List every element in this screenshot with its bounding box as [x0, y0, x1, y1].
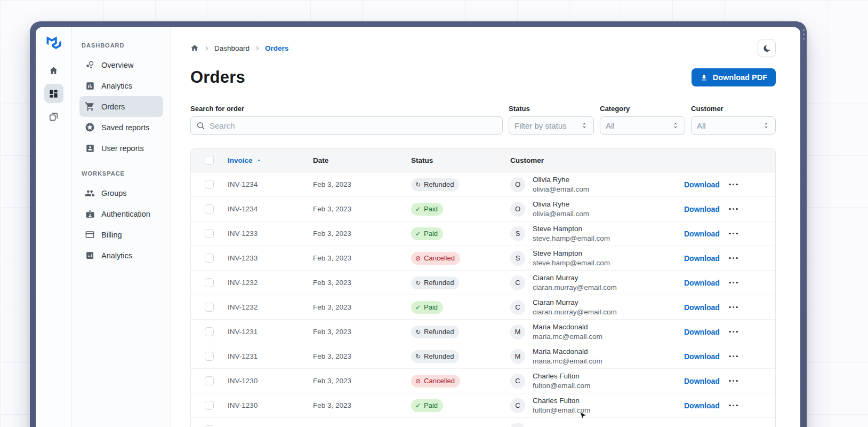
customer-avatar: C — [510, 300, 525, 315]
customer-name: Steve Hampton — [533, 224, 610, 234]
customer-email: maria.mc@email.com — [533, 357, 602, 366]
download-pdf-button[interactable]: Download PDF — [692, 68, 776, 86]
main-content: Dashboard Orders Orders — [171, 27, 800, 427]
date-cell: Feb 3, 2023 — [313, 205, 411, 213]
status-chip: ↻ Refunded — [411, 326, 459, 338]
status-icon: ↻ — [415, 353, 421, 360]
customer-name: Maria Macdonald — [533, 322, 602, 332]
table-row: INV-1230 Feb 3, 2023 ⊘ Cancelled C Charl… — [191, 369, 775, 393]
category-filter-select[interactable]: All — [600, 116, 685, 135]
row-checkbox[interactable] — [205, 254, 214, 263]
row-checkbox[interactable] — [205, 303, 214, 312]
sidebar-item-orders[interactable]: Orders — [79, 96, 163, 117]
sidebar-item-label: Saved reports — [101, 123, 149, 132]
more-actions-button[interactable] — [727, 377, 740, 385]
breadcrumb-home-icon[interactable] — [190, 44, 199, 52]
status-filter-select[interactable]: Filter by status — [509, 116, 594, 135]
download-link[interactable]: Download — [684, 230, 720, 238]
shopping-cart-icon — [85, 101, 95, 112]
unfold-arrows-icon — [672, 122, 679, 129]
status-icon: ⊘ — [415, 255, 421, 262]
person-box-icon — [85, 143, 95, 153]
status-chip: ✓ Paid — [411, 227, 443, 240]
sidebar-item-authentication[interactable]: Authentication — [79, 203, 163, 224]
invoice-cell: INV-1232 — [228, 279, 313, 287]
row-checkbox[interactable] — [205, 376, 214, 385]
more-actions-button[interactable] — [727, 279, 740, 287]
breadcrumb-dashboard-link[interactable]: Dashboard — [214, 44, 250, 52]
status-label: Refunded — [424, 352, 454, 360]
customer-email: steve.hamp@email.com — [533, 234, 610, 243]
select-all-checkbox[interactable] — [205, 156, 214, 165]
chevron-right-icon — [204, 45, 210, 51]
sidebar-item-label: Analytics — [101, 251, 132, 260]
column-header-invoice[interactable]: Invoice — [228, 156, 313, 164]
invoice-cell: INV-1231 — [228, 328, 313, 336]
row-checkbox[interactable] — [205, 204, 214, 213]
download-link[interactable]: Download — [684, 401, 720, 410]
more-actions-button[interactable] — [727, 328, 740, 336]
search-input[interactable] — [210, 121, 497, 130]
more-actions-button[interactable] — [727, 205, 740, 213]
breadcrumb-orders-link[interactable]: Orders — [265, 44, 288, 52]
sidebar-item-saved-reports[interactable]: Saved reports — [79, 117, 163, 138]
download-link[interactable]: Download — [684, 352, 720, 361]
home-icon[interactable] — [44, 61, 63, 80]
color-mode-toggle-button[interactable] — [758, 39, 776, 57]
sort-arrow-icon — [256, 157, 262, 163]
sidebar-item-analytics[interactable]: Analytics — [79, 75, 163, 96]
row-checkbox[interactable] — [205, 278, 214, 287]
row-checkbox[interactable] — [205, 180, 214, 189]
status-chip: ⊘ Cancelled — [411, 252, 460, 265]
search-field[interactable] — [190, 116, 503, 135]
sidebar-item-analytics-2[interactable]: Analytics — [79, 245, 163, 266]
download-link[interactable]: Download — [684, 254, 720, 263]
sidebar-item-billing[interactable]: Billing — [79, 224, 163, 245]
customer-email: olivia@email.com — [533, 209, 589, 219]
row-checkbox[interactable] — [205, 401, 214, 410]
more-actions-button[interactable] — [727, 401, 740, 410]
customer-name: Ciaran Murray — [533, 298, 617, 307]
date-cell: Feb 3, 2023 — [313, 377, 411, 385]
sidebar-item-overview[interactable]: Overview — [79, 54, 163, 75]
download-link[interactable]: Download — [684, 328, 720, 336]
status-chip: ↻ Refunded — [411, 178, 459, 191]
sidebar-item-groups[interactable]: Groups — [79, 183, 163, 203]
status-label: Refunded — [424, 328, 454, 336]
status-icon: ✓ — [415, 231, 421, 237]
more-actions-button[interactable] — [727, 352, 740, 361]
status-chip: ✓ Paid — [411, 203, 443, 216]
more-actions-button[interactable] — [727, 180, 740, 189]
download-icon — [700, 74, 708, 82]
invoice-cell: INV-1230 — [228, 377, 313, 385]
status-label: Paid — [424, 303, 438, 311]
sidebar-item-label: Orders — [101, 102, 125, 111]
download-link[interactable]: Download — [684, 303, 720, 312]
row-checkbox[interactable] — [205, 229, 214, 238]
table-row: INV-1233 Feb 3, 2023 ⊘ Cancelled S Steve… — [191, 246, 775, 271]
download-link[interactable]: Download — [684, 205, 720, 213]
status-icon: ✓ — [415, 304, 421, 311]
status-label: Cancelled — [424, 254, 455, 262]
sidebar-item-user-reports[interactable]: User reports — [79, 138, 163, 159]
customer-filter-value: All — [697, 121, 706, 130]
table-row-partial — [191, 418, 775, 427]
customer-filter-select[interactable]: All — [691, 116, 776, 135]
row-checkbox[interactable] — [205, 352, 214, 361]
more-actions-button[interactable] — [727, 303, 740, 312]
more-actions-button[interactable] — [727, 254, 740, 263]
download-link[interactable]: Download — [684, 180, 720, 189]
row-checkbox[interactable] — [205, 327, 214, 336]
column-header-status: Status — [411, 156, 510, 164]
invoice-cell: INV-1234 — [228, 205, 313, 213]
customer-name: Olivia Ryhe — [533, 200, 589, 209]
layers-icon[interactable] — [44, 107, 63, 126]
dashboard-grid-icon[interactable] — [44, 84, 63, 103]
download-link[interactable]: Download — [684, 377, 720, 385]
customer-avatar: C — [510, 374, 525, 389]
status-label: Paid — [424, 230, 438, 238]
table-row: INV-1232 Feb 3, 2023 ↻ Refunded C Ciaran… — [191, 271, 775, 295]
bar-chart-icon — [85, 81, 95, 91]
download-link[interactable]: Download — [684, 279, 720, 287]
more-actions-button[interactable] — [727, 230, 740, 238]
